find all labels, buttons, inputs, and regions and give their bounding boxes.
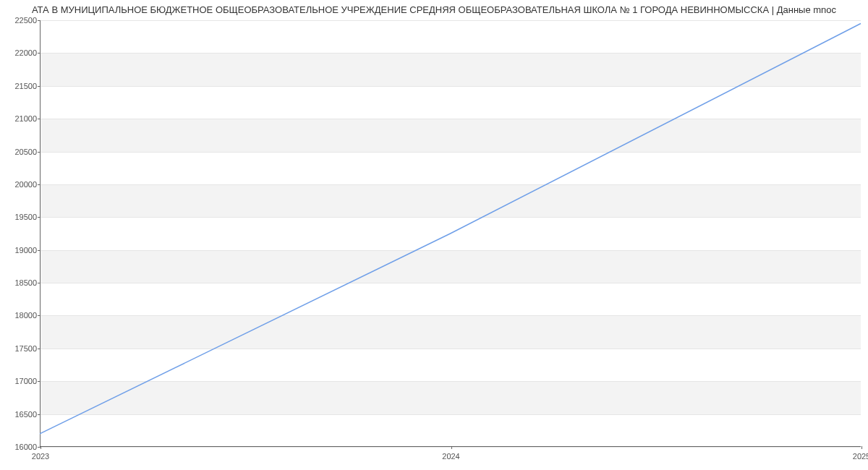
y-tick-label: 20500 <box>4 148 37 156</box>
y-tick-label: 18500 <box>4 278 37 287</box>
y-tick-label: 19500 <box>4 213 37 221</box>
y-tick-label: 22500 <box>4 16 37 25</box>
y-tick-label: 16000 <box>4 443 37 451</box>
plot-area: 1600016500170001750018000185001900019500… <box>40 20 861 447</box>
chart-title: АТА В МУНИЦИПАЛЬНОЕ БЮДЖЕТНОЕ ОБЩЕОБРАЗО… <box>0 4 868 15</box>
y-tick-label: 19000 <box>4 246 37 255</box>
x-tick-label: 2025 <box>853 452 868 461</box>
y-tick-label: 18000 <box>4 311 37 320</box>
x-tick-mark <box>861 446 862 449</box>
x-tick-label: 2024 <box>442 452 459 461</box>
y-tick-label: 21000 <box>4 114 37 123</box>
y-tick-label: 21500 <box>4 82 37 90</box>
series-line <box>40 24 861 434</box>
y-tick-label: 20000 <box>4 180 37 189</box>
y-tick-label: 22000 <box>4 48 37 57</box>
y-tick-label: 16500 <box>4 410 37 419</box>
x-tick-label: 2023 <box>32 452 49 461</box>
y-tick-label: 17500 <box>4 344 37 353</box>
y-tick-label: 17000 <box>4 377 37 385</box>
